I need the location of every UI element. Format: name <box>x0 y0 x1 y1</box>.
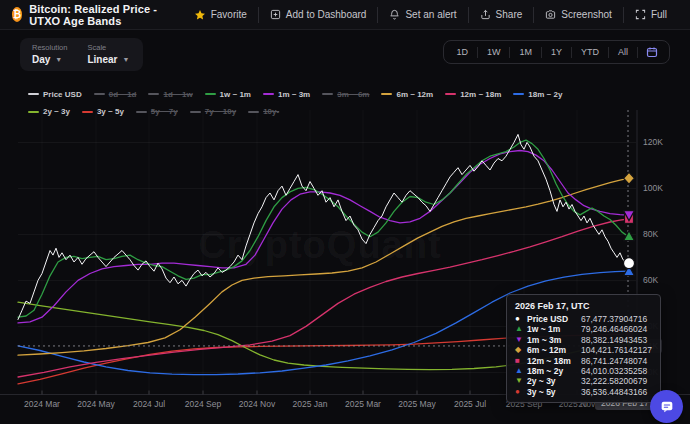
share-button[interactable]: Share <box>468 7 534 23</box>
x-axis-label: 2025 Mar <box>335 399 391 409</box>
resolution-scale-group: Resolution Day ▼ Scale Linear ▼ <box>20 38 143 71</box>
scale-select[interactable]: Linear ▼ <box>87 54 129 65</box>
set-alert-button[interactable]: Set an alert <box>377 7 467 23</box>
tooltip-series-value: 67,477.37904716 <box>579 314 647 324</box>
chevron-down-icon: ▼ <box>55 56 62 63</box>
legend-item-price-usd[interactable]: Price USD <box>28 88 82 101</box>
tooltip-series-name: 6m ~ 12m <box>527 345 579 355</box>
legend-swatch <box>28 93 39 95</box>
page-title: Bitcoin: Realized Price - UTXO Age Bands <box>29 3 182 27</box>
y-axis-label: 100K <box>643 183 663 193</box>
tooltip-series-value: 64,010.03235258 <box>579 366 647 376</box>
tooltip-series-name: 12m ~ 18m <box>527 356 579 366</box>
range-button-ytd[interactable]: YTD <box>572 43 608 61</box>
crosshair-tooltip: 2026 Feb 17, UTC ●Price USD67,477.379047… <box>506 294 661 403</box>
scale-control: Scale Linear ▼ <box>87 43 129 65</box>
range-button-all[interactable]: All <box>609 43 637 61</box>
legend-swatch <box>263 93 274 95</box>
x-axis-label: 2024 Nov <box>229 399 285 409</box>
tooltip-date: 2026 Feb 17, UTC <box>515 301 652 311</box>
bell-icon <box>389 9 400 20</box>
x-axis-label: 2024 Jul <box>121 399 177 409</box>
tooltip-row: ▼1m ~ 3m88,382.14943453 <box>515 335 652 345</box>
legend-label: 1m ~ 3m <box>278 88 310 101</box>
header-actions: Favorite Add to Dashboard Set an alert S… <box>183 7 678 23</box>
tooltip-series-name: 18m ~ 2y <box>527 366 579 376</box>
legend-swatch <box>190 111 201 113</box>
legend-label: 6m ~ 12m <box>396 88 433 101</box>
diamond-marker-icon: ◆ <box>515 345 527 355</box>
legend-swatch <box>94 93 105 95</box>
legend-item-7y-10y[interactable]: 7y ~ 10y <box>190 105 236 118</box>
tooltip-series-value: 79,246.46466024 <box>579 324 647 334</box>
legend-item-1w-1m[interactable]: 1w ~ 1m <box>205 88 251 101</box>
legend-item-18m-2y[interactable]: 18m ~ 2y <box>513 88 562 101</box>
range-button-1w[interactable]: 1W <box>478 43 510 61</box>
calendar-icon <box>646 46 658 58</box>
fullscreen-icon <box>635 9 646 20</box>
legend-item-1m-3m[interactable]: 1m ~ 3m <box>263 88 310 101</box>
range-button-1d[interactable]: 1D <box>447 43 477 61</box>
star-icon <box>194 9 206 21</box>
add-to-dashboard-button[interactable]: Add to Dashboard <box>258 7 378 23</box>
legend-item-3y-5y[interactable]: 3y ~ 5y <box>82 105 124 118</box>
fullscreen-button[interactable]: Full <box>623 7 678 23</box>
legend-swatch <box>82 111 93 113</box>
tooltip-row: ■12m ~ 18m86,741.24748074 <box>515 356 652 366</box>
favorite-button[interactable]: Favorite <box>183 7 258 23</box>
legend-swatch <box>513 93 524 95</box>
resolution-label: Resolution <box>32 43 67 52</box>
tooltip-series-value: 104,421.76142127 <box>579 345 652 355</box>
chart-header: ₿ Bitcoin: Realized Price - UTXO Age Ban… <box>0 0 690 30</box>
legend-item-6m-12m[interactable]: 6m ~ 12m <box>381 88 433 101</box>
y-axis-label: 120K <box>643 137 663 147</box>
chart-toolbar: Resolution Day ▼ Scale Linear ▼ 1D1W1M1Y… <box>0 30 690 76</box>
tooltip-row: ●3y ~ 5y36,536.44843166 <box>515 387 652 397</box>
tooltip-series-value: 32,222.58200679 <box>579 376 647 386</box>
legend-item-12m-18m[interactable]: 12m ~ 18m <box>445 88 501 101</box>
legend-swatch <box>322 93 333 95</box>
cryptoquant-chart-page: ₿ Bitcoin: Realized Price - UTXO Age Ban… <box>0 0 690 424</box>
legend-label: 2y ~ 3y <box>43 105 70 118</box>
legend-label: 3m ~ 6m <box>337 88 369 101</box>
x-axis-label: 2025 Jul <box>442 399 498 409</box>
x-axis-label: 2024 Mar <box>14 399 70 409</box>
x-axis-label: 2024 May <box>68 399 124 409</box>
legend-label: 18m ~ 2y <box>528 88 562 101</box>
legend-label: 1w ~ 1m <box>220 88 251 101</box>
tooltip-series-value: 86,741.24748074 <box>579 356 647 366</box>
legend-item-1d-1w[interactable]: 1d ~ 1w <box>148 88 192 101</box>
square-marker-icon: ■ <box>515 356 527 366</box>
chevron-down-icon: ▼ <box>122 56 129 63</box>
resolution-select[interactable]: Day ▼ <box>32 54 67 65</box>
tooltip-row: ▲1w ~ 1m79,246.46466024 <box>515 324 652 334</box>
tooltip-row: ▼2y ~ 3y32,222.58200679 <box>515 376 652 386</box>
legend-label: 3y ~ 5y <box>97 105 124 118</box>
scale-label: Scale <box>87 43 129 52</box>
x-axis-label: 2024 Sep <box>175 399 231 409</box>
resolution-control: Resolution Day ▼ <box>32 43 67 65</box>
legend-swatch <box>381 93 392 95</box>
legend-label: 5y ~ 7y <box>151 105 178 118</box>
tooltip-row: ●Price USD67,477.37904716 <box>515 314 652 324</box>
calendar-button[interactable] <box>638 44 666 60</box>
legend-item-5y-7y[interactable]: 5y ~ 7y <box>136 105 178 118</box>
x-axis-label: 2025 May <box>389 399 445 409</box>
add-to-dashboard-icon <box>270 9 281 20</box>
legend-swatch <box>248 111 259 113</box>
legend-item-3m-6m[interactable]: 3m ~ 6m <box>322 88 369 101</box>
range-button-1m[interactable]: 1M <box>510 43 541 61</box>
x-axis-label: 2025 Jan <box>282 399 338 409</box>
legend-swatch <box>136 111 147 113</box>
legend-item-10y-[interactable]: 10y- <box>248 105 279 118</box>
legend-swatch <box>28 111 39 113</box>
y-axis-label: 60K <box>643 275 658 285</box>
range-button-1y[interactable]: 1Y <box>542 43 571 61</box>
legend-label: 1d ~ 1w <box>163 88 192 101</box>
screenshot-button[interactable]: Screenshot <box>533 7 623 23</box>
chat-bubble-icon <box>659 399 675 415</box>
header-title-group: ₿ Bitcoin: Realized Price - UTXO Age Ban… <box>12 3 183 27</box>
support-chat-button[interactable] <box>650 390 683 423</box>
legend-item-2y-3y[interactable]: 2y ~ 3y <box>28 105 70 118</box>
legend-item-0d-1d[interactable]: 0d ~ 1d <box>94 88 137 101</box>
